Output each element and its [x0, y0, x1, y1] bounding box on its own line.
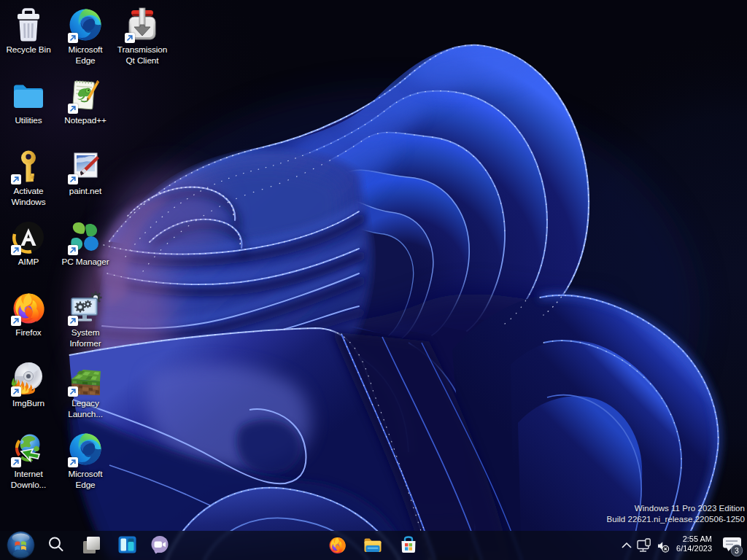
svg-text:3: 3 — [735, 546, 739, 555]
